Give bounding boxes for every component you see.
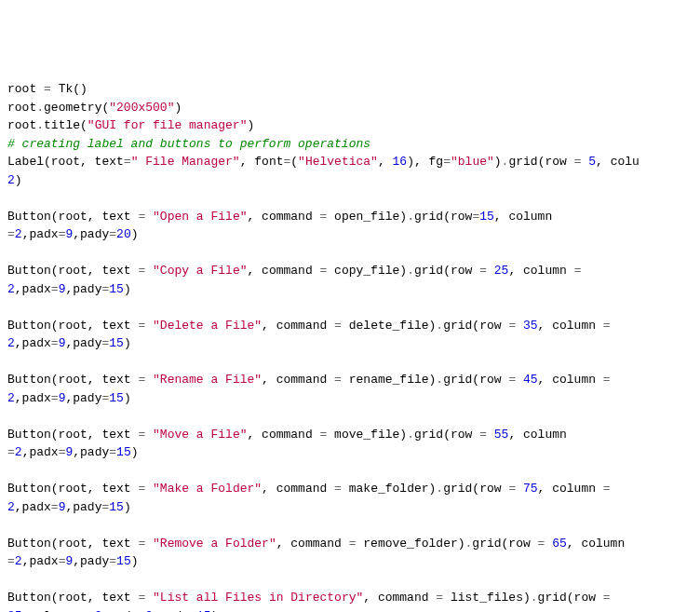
code-token: =	[7, 227, 15, 241]
code-token: =	[603, 591, 611, 605]
code-token: , colu	[596, 155, 639, 169]
code-token: grid(row	[414, 428, 479, 442]
code-token	[581, 264, 588, 278]
code-token: "200x500"	[109, 101, 174, 115]
code-line	[7, 571, 693, 590]
code-token: .	[407, 264, 414, 278]
code-token	[145, 537, 153, 551]
code-token: Button(root, text	[7, 373, 138, 387]
code-line: 2,padx=9,pady=15)	[7, 334, 693, 353]
code-token	[487, 264, 494, 278]
code-token: .	[407, 428, 414, 442]
code-token: list_files)	[443, 591, 531, 605]
code-token: )	[174, 101, 182, 115]
code-token: 5	[588, 155, 596, 169]
code-line: Button(root, text = "Delete a File", com…	[7, 317, 693, 335]
code-token: , column	[508, 264, 573, 278]
code-token: (	[290, 155, 298, 169]
code-token: root	[7, 118, 36, 132]
code-token: ,pady	[65, 391, 101, 405]
code-token: )	[494, 155, 502, 169]
code-token: grid(row	[414, 210, 472, 224]
code-token: =	[109, 554, 116, 568]
code-line: 2)	[7, 171, 693, 190]
code-token: ,padx	[15, 500, 51, 514]
code-token	[145, 591, 153, 605]
code-line: Button(root, text = "Remove a Folder", c…	[7, 535, 693, 553]
code-token: )	[124, 336, 131, 350]
code-token: =	[603, 482, 611, 496]
code-token: ,padx	[15, 282, 51, 296]
code-token: , command	[363, 591, 436, 605]
code-token: grid(row	[443, 482, 508, 496]
code-token: delete_file)	[342, 319, 436, 333]
code-token	[145, 373, 153, 387]
code-token: root	[7, 101, 36, 115]
code-token: 15	[116, 445, 131, 459]
code-token: 25	[494, 264, 509, 278]
code-token: =	[51, 500, 59, 514]
code-line	[7, 407, 693, 426]
code-token: .	[36, 118, 44, 132]
code-token: grid(row	[538, 591, 603, 605]
code-token	[611, 482, 618, 496]
code-token: =	[80, 609, 88, 613]
code-token: grid(row	[443, 319, 508, 333]
code-token: 85	[7, 609, 22, 613]
code-token: "Remove a Folder"	[153, 537, 276, 551]
code-line: root = Tk()	[7, 80, 693, 99]
code-token: 15	[196, 609, 211, 613]
code-token: ,column	[22, 609, 80, 613]
code-token: "List all Files in Directory"	[153, 591, 363, 605]
code-token: , column	[494, 210, 559, 224]
code-token: )	[131, 445, 139, 459]
code-token: "Helvetica"	[298, 155, 378, 169]
code-token: 15	[109, 336, 124, 350]
code-token: "Delete a File"	[153, 319, 262, 333]
code-token: )	[247, 118, 254, 132]
code-token: =	[44, 82, 51, 96]
code-token: # creating label and buttons to perform …	[7, 137, 370, 151]
code-token: , command	[262, 482, 334, 496]
code-token: ,padx	[22, 227, 59, 241]
code-token: =	[603, 373, 611, 387]
code-token: =	[7, 445, 15, 459]
code-token: 20	[116, 227, 131, 241]
code-token: Label(root, text	[7, 155, 124, 169]
code-token	[145, 210, 153, 224]
code-token: =	[479, 264, 487, 278]
code-token	[611, 591, 618, 605]
code-token: open_file)	[327, 210, 407, 224]
code-token: =	[51, 391, 59, 405]
code-line: root.title("GUI for file manager")	[7, 116, 693, 135]
code-token: =	[189, 609, 196, 613]
code-token: , command	[262, 319, 334, 333]
code-token: 2	[7, 173, 15, 187]
code-line: Button(root, text = "Make a Folder", com…	[7, 480, 693, 498]
code-token: 65	[552, 537, 567, 551]
code-token	[487, 428, 494, 442]
code-token: .	[407, 210, 414, 224]
code-token: Button(root, text	[7, 537, 138, 551]
code-token: , command	[247, 210, 319, 224]
code-token: 15	[116, 554, 131, 568]
code-token: .	[531, 591, 538, 605]
code-token: title(	[44, 118, 88, 132]
code-line	[7, 298, 693, 317]
code-token: 2	[7, 336, 15, 350]
code-token: 2	[15, 445, 22, 459]
code-token: "Rename a File"	[153, 373, 262, 387]
code-token: , column	[538, 482, 603, 496]
code-token: =	[51, 336, 59, 350]
code-token: 35	[523, 319, 538, 333]
code-token	[516, 482, 523, 496]
code-token: ,padx	[15, 336, 51, 350]
code-token: =	[124, 155, 131, 169]
code-token: ), fg	[407, 155, 443, 169]
code-token: Button(root, text	[7, 482, 138, 496]
code-line	[7, 189, 693, 208]
code-line: 85,column = 2,padx=9,pady=15)	[7, 607, 693, 613]
code-token: "Make a Folder"	[153, 482, 262, 496]
code-line	[7, 244, 693, 263]
code-line	[7, 516, 693, 535]
